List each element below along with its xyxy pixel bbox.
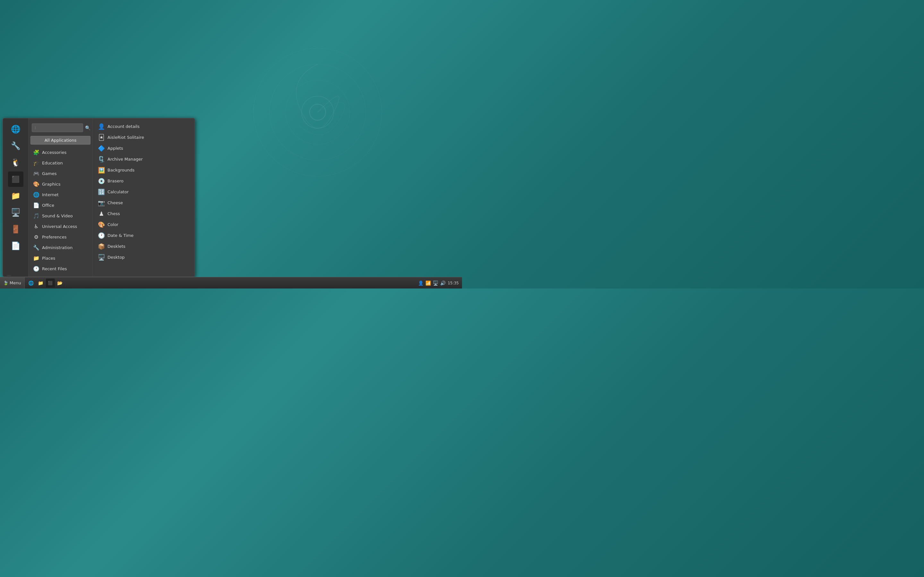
desklets-icon: 📦	[98, 243, 105, 250]
app-applets[interactable]: 🔷 Applets	[95, 143, 193, 153]
accessories-icon: 🧩	[33, 149, 39, 155]
app-color[interactable]: 🎨 Color	[95, 219, 193, 230]
graphics-icon: 🎨	[33, 181, 39, 187]
taskbar-user-icon[interactable]: 👤	[418, 280, 423, 285]
taskbar-right-area: 👤 📶 🖥️ 🔊 15:35	[415, 280, 462, 285]
taskbar-clock: 15:35	[447, 281, 459, 285]
app-archive-manager[interactable]: 🗜️ Archive Manager	[95, 154, 193, 164]
sound-video-icon: 🎵	[33, 213, 39, 219]
app-backgrounds-label: Backgrounds	[107, 168, 134, 172]
menu-apps-list[interactable]: 👤 Account details 🃏 AisleRiot Solitaire …	[93, 118, 195, 277]
chess-icon: ♟️	[98, 210, 105, 217]
color-icon: 🎨	[98, 221, 105, 228]
menu-label: Menu	[10, 280, 21, 285]
account-details-icon: 👤	[98, 123, 105, 130]
app-backgrounds[interactable]: 🖼️ Backgrounds	[95, 165, 193, 175]
preferences-icon: ⚙️	[33, 234, 39, 240]
app-date-time[interactable]: 🕐 Date & Time	[95, 230, 193, 241]
sound-video-label: Sound & Video	[42, 213, 73, 218]
app-archive-manager-label: Archive Manager	[107, 157, 143, 161]
category-sound-video[interactable]: 🎵 Sound & Video	[30, 211, 91, 221]
category-internet[interactable]: 🌐 Internet	[30, 190, 91, 200]
category-accessories[interactable]: 🧩 Accessories	[30, 147, 91, 157]
svg-point-2	[286, 80, 350, 144]
games-label: Games	[42, 171, 57, 176]
search-input[interactable]	[32, 123, 83, 132]
category-universal-access[interactable]: ♿ Universal Access	[30, 221, 91, 231]
app-brasero-label: Brasero	[107, 179, 124, 183]
taskbar-menu-button[interactable]: 🍃 Menu	[0, 277, 25, 288]
category-administration[interactable]: 🔧 Administration	[30, 243, 91, 253]
sidebar-icon-monitor[interactable]: 🖥️	[8, 205, 23, 220]
app-date-time-label: Date & Time	[107, 233, 134, 238]
taskbar-display-icon[interactable]: 🖥️	[433, 280, 438, 285]
category-graphics[interactable]: 🎨 Graphics	[30, 179, 91, 189]
app-cheese[interactable]: 📷 Cheese	[95, 197, 193, 208]
taskbar-files-icon[interactable]: 📁	[36, 279, 45, 287]
recent-files-icon: 🕐	[33, 266, 39, 272]
app-account-details[interactable]: 👤 Account details	[95, 121, 193, 132]
office-label: Office	[42, 203, 54, 208]
taskbar-web-icon[interactable]: 🌐	[27, 279, 36, 287]
search-bar-container: 🔍	[29, 121, 92, 135]
app-color-label: Color	[107, 222, 118, 227]
menu-icon: 🍃	[3, 280, 8, 285]
taskbar-network-icon[interactable]: 📶	[425, 280, 431, 285]
places-label: Places	[42, 256, 55, 261]
sidebar-icon-document[interactable]: 📄	[8, 238, 23, 253]
sidebar-icon-tools[interactable]: 🔧	[8, 138, 23, 153]
sidebar-icon-terminal[interactable]: ⬛	[8, 171, 23, 187]
category-education[interactable]: 🎓 Education	[30, 158, 91, 168]
sidebar-icon-exit[interactable]: 🚪	[8, 221, 23, 237]
calculator-icon: 🔢	[98, 189, 105, 195]
app-cheese-label: Cheese	[107, 200, 123, 205]
category-recent-files[interactable]: 🕐 Recent Files	[30, 264, 91, 274]
all-applications-button[interactable]: All Applications	[31, 136, 90, 145]
backgrounds-icon: 🖼️	[98, 167, 105, 173]
app-desklets[interactable]: 📦 Desklets	[95, 241, 193, 251]
app-desktop[interactable]: 🖥️ Desktop	[95, 252, 193, 263]
applets-icon: 🔷	[98, 145, 105, 152]
app-calculator[interactable]: 🔢 Calculator	[95, 187, 193, 197]
menu-popup: 🌐 🔧 🐧 ⬛ 📁 🖥️ 🚪 📄 🔍 All Applications 🧩 Ac…	[3, 118, 195, 277]
taskbar-folder-icon[interactable]: 📂	[55, 279, 65, 287]
universal-access-label: Universal Access	[42, 224, 77, 229]
svg-point-0	[254, 48, 382, 176]
menu-categories-panel: 🔍 All Applications 🧩 Accessories 🎓 Educa…	[29, 118, 93, 277]
administration-icon: 🔧	[33, 245, 39, 251]
aisleriott-solitaire-icon: 🃏	[98, 134, 105, 141]
internet-label: Internet	[42, 192, 59, 197]
sidebar-icon-globe[interactable]: 🌐	[8, 121, 23, 137]
sidebar-icon-folder[interactable]: 📁	[8, 188, 23, 203]
games-icon: 🎮	[33, 171, 39, 177]
graphics-label: Graphics	[42, 182, 60, 187]
category-office[interactable]: 📄 Office	[30, 200, 91, 210]
app-brasero[interactable]: 💿 Brasero	[95, 176, 193, 186]
category-places[interactable]: 📁 Places	[30, 253, 91, 263]
category-preferences[interactable]: ⚙️ Preferences	[30, 232, 91, 242]
education-icon: 🎓	[33, 160, 39, 166]
category-games[interactable]: 🎮 Games	[30, 169, 91, 179]
app-desktop-label: Desktop	[107, 255, 125, 259]
app-aisleriott-solitaire[interactable]: 🃏 AisleRiot Solitaire	[95, 132, 193, 143]
svg-point-1	[270, 64, 366, 160]
desktop-icon: 🖥️	[98, 254, 105, 261]
search-icon[interactable]: 🔍	[85, 125, 90, 131]
menu-main-area: 🔍 All Applications 🧩 Accessories 🎓 Educa…	[29, 118, 195, 277]
taskbar-terminal-icon[interactable]: ⬛	[46, 279, 55, 287]
internet-icon: 🌐	[33, 192, 39, 198]
sidebar-icon-penguin[interactable]: 🐧	[8, 155, 23, 170]
places-icon: 📁	[33, 255, 39, 261]
education-label: Education	[42, 161, 63, 165]
app-chess[interactable]: ♟️ Chess	[95, 208, 193, 219]
universal-access-icon: ♿	[33, 223, 39, 229]
brasero-icon: 💿	[98, 177, 105, 184]
accessories-label: Accessories	[42, 150, 66, 155]
taskbar-volume-icon[interactable]: 🔊	[440, 280, 446, 285]
taskbar-quick-launch: 🌐 📁 ⬛ 📂	[25, 279, 66, 287]
svg-point-3	[302, 96, 334, 128]
administration-label: Administration	[42, 245, 73, 250]
app-applets-label: Applets	[107, 146, 123, 151]
preferences-label: Preferences	[42, 235, 66, 239]
app-chess-label: Chess	[107, 211, 120, 216]
